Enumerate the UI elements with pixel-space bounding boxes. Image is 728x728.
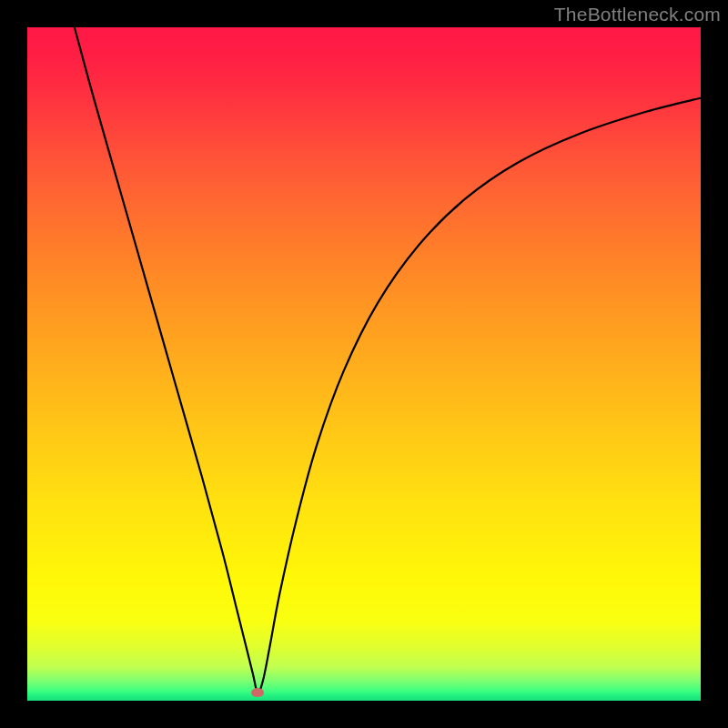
bottleneck-curve [75,27,701,693]
minimum-marker-icon [251,688,264,697]
watermark-label: TheBottleneck.com [554,4,721,25]
curve-layer [27,27,701,701]
chart-frame: TheBottleneck.com [0,0,728,728]
plot-area [27,27,701,701]
